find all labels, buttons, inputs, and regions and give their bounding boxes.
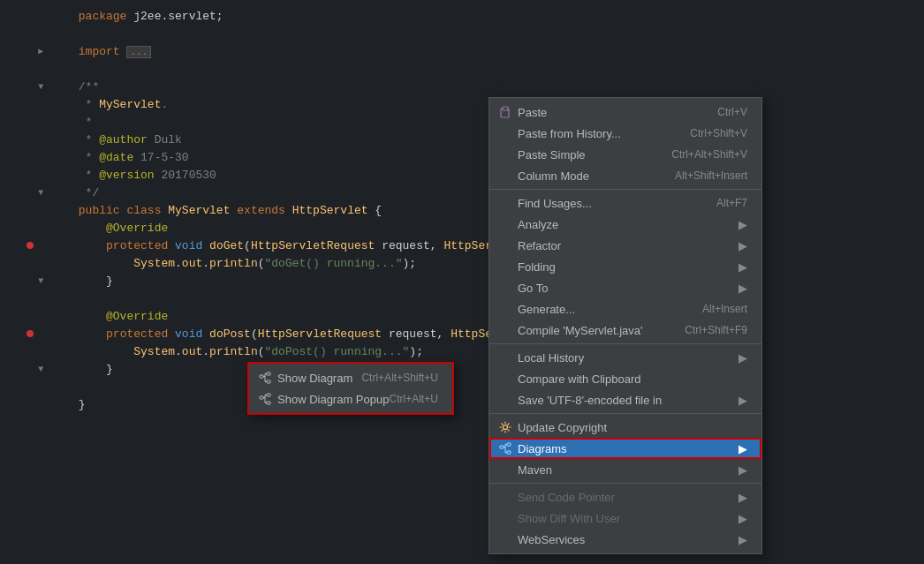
fold-icon[interactable]: ▼ — [38, 188, 43, 198]
fold-icon[interactable]: ▶ — [38, 47, 43, 56]
separator — [489, 413, 761, 414]
menu-item-find-usages[interactable]: Find Usages... Alt+F7 — [489, 192, 761, 214]
code-line: protected void doGet(HttpServletRequest … — [0, 237, 924, 254]
menu-item-paste-simple[interactable]: Paste Simple Ctrl+Alt+Shift+V — [489, 144, 761, 165]
breakpoint-dot[interactable] — [27, 242, 34, 249]
menu-item-compare-clipboard[interactable]: Compare with Clipboard — [489, 368, 761, 389]
diagrams-label: Diagrams — [518, 442, 735, 455]
menu-item-analyze[interactable]: Analyze ▶ — [489, 214, 761, 235]
diagrams-submenu: Show Diagram Ctrl+Alt+Shift+U Show Diagr… — [247, 362, 454, 415]
paste-simple-shortcut: Ctrl+Alt+Shift+V — [671, 148, 747, 161]
paste-label: Paste — [518, 106, 700, 119]
compare-clipboard-label: Compare with Clipboard — [518, 372, 747, 386]
line-number: ▼ — [0, 262, 27, 299]
context-menu: Paste Ctrl+V Paste from History... Ctrl+… — [489, 97, 762, 554]
generate-label: Generate... — [518, 303, 685, 316]
submenu-arrow-icon: ▶ — [738, 463, 747, 477]
menu-item-maven[interactable]: Maven ▶ — [489, 459, 761, 480]
code-line: ▼ } — [0, 272, 924, 290]
line-marker — [27, 330, 34, 337]
menu-item-webservices[interactable]: WebServices ▶ — [489, 529, 761, 550]
line-number: ▼ — [0, 68, 27, 105]
svg-rect-9 — [260, 396, 263, 399]
code-editor: package j2ee.servlet; ▶ import ... ▼ /** — [0, 0, 924, 564]
menu-item-paste-history[interactable]: Paste from History... Ctrl+Shift+V — [489, 123, 761, 144]
code-line: } — [0, 395, 924, 413]
menu-item-column-mode[interactable]: Column Mode Alt+Shift+Insert — [489, 165, 761, 186]
menu-item-generate[interactable]: Generate... Alt+Insert — [489, 298, 761, 320]
svg-rect-4 — [507, 443, 511, 446]
submenu-arrow-icon: ▶ — [738, 282, 747, 295]
line-marker — [27, 242, 34, 249]
analyze-label: Analyze — [518, 218, 735, 231]
paste-shortcut: Ctrl+V — [717, 106, 747, 118]
menu-item-diagrams[interactable]: Diagrams ▶ — [489, 438, 761, 459]
diagram-icon — [256, 393, 274, 405]
menu-item-compile[interactable]: Compile 'MyServlet.java' Ctrl+Shift+F9 — [489, 320, 761, 341]
breakpoint-dot[interactable] — [27, 330, 34, 337]
code-line: ▼ } — [0, 360, 924, 378]
svg-rect-11 — [267, 402, 270, 404]
svg-rect-8 — [267, 380, 270, 383]
sub-menu-item-show-diagram-popup[interactable]: Show Diagram Popup Ctrl+Alt+U — [249, 388, 452, 410]
diagram-icon — [496, 442, 514, 455]
menu-item-show-diff-user[interactable]: Show Diff With User ▶ — [489, 508, 761, 529]
submenu-arrow-icon: ▶ — [738, 512, 747, 525]
svg-rect-7 — [267, 372, 270, 375]
sub-menu-item-show-diagram[interactable]: Show Diagram Ctrl+Alt+Shift+U — [249, 367, 452, 388]
menu-item-paste[interactable]: Paste Ctrl+V — [489, 102, 761, 123]
update-copyright-label: Update Copyright — [518, 421, 747, 434]
column-mode-shortcut: Alt+Shift+Insert — [675, 169, 747, 182]
compile-shortcut: Ctrl+Shift+F9 — [685, 324, 747, 336]
code-content: } — [34, 385, 917, 425]
submenu-arrow-icon: ▶ — [738, 351, 747, 365]
svg-point-2 — [504, 425, 508, 430]
menu-item-refactor[interactable]: Refactor ▶ — [489, 235, 761, 256]
show-diagram-popup-label: Show Diagram Popup — [277, 393, 389, 406]
line-number: ▶ — [0, 33, 27, 70]
submenu-arrow-icon: ▶ — [738, 394, 747, 407]
folding-label: Folding — [518, 260, 735, 274]
diagram-icon — [256, 372, 274, 384]
gear-icon — [496, 421, 514, 433]
separator — [489, 483, 761, 484]
submenu-arrow-icon: ▶ — [738, 239, 747, 252]
menu-item-goto[interactable]: Go To ▶ — [489, 277, 761, 298]
svg-rect-6 — [260, 375, 263, 378]
paste-history-shortcut: Ctrl+Shift+V — [690, 127, 747, 139]
paste-icon — [496, 106, 514, 118]
show-diff-user-label: Show Diff With User — [518, 512, 735, 525]
svg-rect-3 — [500, 446, 504, 448]
menu-item-folding[interactable]: Folding ▶ — [489, 256, 761, 277]
menu-item-local-history[interactable]: Local History ▶ — [489, 347, 761, 368]
goto-label: Go To — [518, 282, 735, 295]
show-diagram-shortcut: Ctrl+Alt+Shift+U — [361, 372, 437, 384]
line-number: ▼ — [0, 350, 27, 387]
fold-icon[interactable]: ▼ — [38, 365, 43, 374]
paste-simple-label: Paste Simple — [518, 148, 654, 162]
menu-item-save-file[interactable]: Save 'UTF-8'-encoded file in ▶ — [489, 389, 761, 410]
send-code-pointer-label: Send Code Pointer — [518, 491, 735, 504]
svg-rect-1 — [503, 107, 508, 110]
menu-item-update-copyright[interactable]: Update Copyright — [489, 417, 761, 438]
generate-shortcut: Alt+Insert — [702, 303, 747, 315]
find-usages-label: Find Usages... — [518, 197, 699, 210]
submenu-arrow-icon: ▶ — [738, 533, 747, 546]
submenu-arrow-icon: ▶ — [738, 218, 747, 231]
fold-icon[interactable]: ▼ — [38, 82, 43, 92]
line-number: ▼ — [0, 174, 27, 211]
find-usages-shortcut: Alt+F7 — [716, 197, 747, 209]
fold-icon[interactable]: ▼ — [38, 276, 43, 286]
save-file-label: Save 'UTF-8'-encoded file in — [518, 394, 735, 407]
menu-item-send-code-pointer[interactable]: Send Code Pointer ▶ — [489, 486, 761, 508]
separator — [489, 343, 761, 344]
code-line: ▶ import ... — [0, 42, 924, 60]
svg-rect-5 — [507, 451, 511, 454]
submenu-arrow-icon: ▶ — [738, 442, 747, 455]
paste-history-label: Paste from History... — [518, 127, 672, 140]
webservices-label: WebServices — [518, 533, 735, 546]
local-history-label: Local History — [518, 351, 735, 365]
maven-label: Maven — [518, 463, 735, 477]
submenu-arrow-icon: ▶ — [738, 491, 747, 504]
svg-rect-10 — [267, 394, 270, 396]
